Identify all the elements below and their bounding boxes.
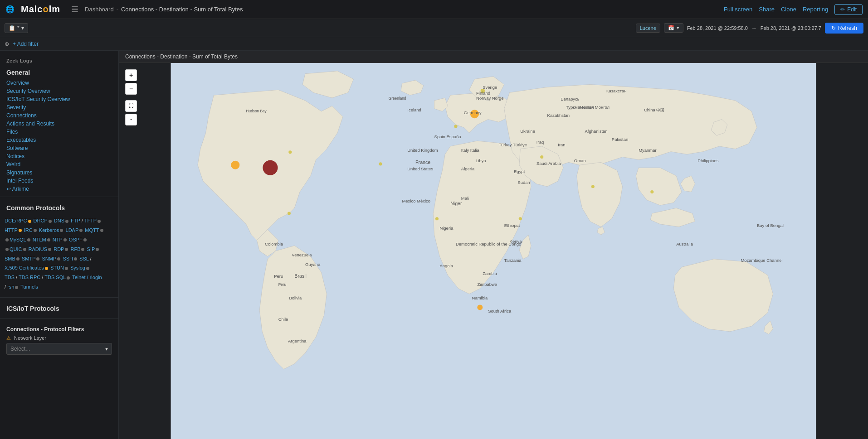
lucene-badge[interactable]: Lucene [636,24,660,33]
protocol-smb[interactable]: SMB [5,256,15,261]
sidebar-item-files[interactable]: Files [0,128,118,136]
reporting-link[interactable]: Reporting [803,6,828,13]
filter-left: 📋 * ▾ [5,23,28,33]
protocol-kerberos[interactable]: Kerberos [39,227,59,233]
sidebar-item-security-overview[interactable]: Security Overview [0,87,118,95]
label-spain: Spain España [434,134,462,139]
fullscreen-map-button[interactable]: ⛶ [125,100,137,112]
map-container[interactable]: + − ⛶ ▪ [119,63,868,439]
breadcrumb: Dashboard - Connections - Destination - … [85,6,243,13]
label-channel: Mozambique Channel [741,258,782,263]
sidebar-common-protocols-title: Common Protocols [0,201,118,214]
sidebar-item-overview[interactable]: Overview [0,79,118,87]
sidebar-item-ics-security-overview[interactable]: ICS/IoT Security Overview [0,95,118,103]
label-norway: Norway Norge [476,96,504,101]
map-marker-east-africa [519,217,522,220]
label-sweden: Sverige [483,85,497,90]
protocol-ssl[interactable]: SSL [79,256,88,261]
protocol-smtp[interactable]: SMTP [22,256,36,261]
protocol-quic[interactable]: QUIC [10,246,22,252]
label-tanzania: Tanzania [504,258,522,263]
protocol-radius[interactable]: RADIUS [29,246,48,252]
protocol-mqtt[interactable]: MQTT [85,227,99,233]
label-afghanistan: Afghanistan [585,129,608,134]
label-libya: Libya [476,158,486,163]
dot-rdp [65,248,68,251]
label-colombia: Colombia [265,241,283,246]
protocol-dhcp[interactable]: DHCP [34,218,48,223]
protocol-ntp[interactable]: NTP [53,237,63,242]
edit-button[interactable]: ✏ Edit [834,4,863,15]
protocol-tunnels[interactable]: Tunnels [20,284,38,289]
refresh-label: Refresh [838,25,857,31]
network-layer-select[interactable]: Select... ▾ [6,343,112,355]
map-marker-s-america [288,212,291,215]
protocol-irc[interactable]: IRC [24,227,33,233]
breadcrumb-dashboard[interactable]: Dashboard [85,6,114,13]
refresh-button[interactable]: ↻ Refresh [825,23,863,34]
full-screen-link[interactable]: Full screen [724,6,753,13]
dot-radius [48,248,51,251]
add-filter-link[interactable]: + Add filter [13,41,39,47]
label-bay-bengal: Bay of Bengal [757,223,784,228]
world-map: France Germany Norway Norge Spain España… [119,63,868,439]
label-zimbabwe: Zimbabwe [477,282,497,287]
sidebar-divider-1 [0,197,118,197]
clone-link[interactable]: Clone [781,6,796,13]
sidebar-item-actions-results[interactable]: Actions and Results [0,120,118,128]
dot-ssh [74,257,77,261]
sidebar-item-notices[interactable]: Notices [0,152,118,160]
protocol-tds[interactable]: TDS [5,275,15,280]
protocol-rdp[interactable]: RDP [54,246,64,252]
map-title-bar: Connections - Destination - Sum of Total… [119,51,868,63]
index-selector[interactable]: 📋 * ▾ [5,23,28,33]
sidebar: Zeek Logs General Overview Security Over… [0,51,119,439]
calendar-icon: 📅 [668,25,674,31]
zoom-out-button[interactable]: − [125,83,137,95]
protocol-rfb[interactable]: RFB [70,246,80,252]
protocol-ftp[interactable]: FTP [71,218,80,223]
zoom-in-button[interactable]: + [125,69,137,81]
sidebar-item-software[interactable]: Software [0,144,118,152]
dot-rsh [15,286,18,289]
protocol-stun[interactable]: STUN [50,265,64,270]
protocol-telnet[interactable]: Telnet / rlogin [72,275,102,280]
menu-icon[interactable]: ☰ [71,5,78,14]
protocol-ssh[interactable]: SSH [63,256,73,261]
label-argentina: Argentina [288,338,307,343]
protocol-sip[interactable]: SIP [87,246,95,252]
protocol-tds-sql[interactable]: TDS SQL [44,275,66,280]
protocol-syslog[interactable]: Syslog [70,265,85,270]
sidebar-item-arkime[interactable]: ↩ Arkime [0,185,118,193]
sidebar-item-severity[interactable]: Severity [0,103,118,111]
protocol-http[interactable]: HTTP [5,227,18,233]
sidebar-item-weird[interactable]: Weird [0,160,118,169]
time-picker[interactable]: 📅 ▾ [664,23,683,33]
dot-http [19,229,22,232]
sidebar-item-executables[interactable]: Executables [0,136,118,144]
label-egypt: Egypt [514,169,525,174]
map-controls: + − ⛶ ▪ [125,69,137,125]
collapse-map-button[interactable]: ▪ [125,114,137,125]
sidebar-item-intel-feeds[interactable]: Intel Feeds [0,177,118,185]
dot-quic-pre [5,248,9,251]
protocol-mysql[interactable]: MySQL [10,237,26,242]
protocol-tftp[interactable]: TFTP [84,218,97,223]
refresh-icon: ↻ [831,25,836,31]
protocol-dns[interactable]: DNS [54,218,64,223]
protocol-x509[interactable]: X.509 Certificates [5,265,44,270]
protocol-ospf[interactable]: OSPF [69,237,83,242]
label-france: France [415,159,430,165]
protocol-ntlm[interactable]: NTLM [33,237,46,242]
protocol-snmp[interactable]: SNMP [42,256,57,261]
share-link[interactable]: Share [759,6,775,13]
sidebar-item-signatures[interactable]: Signatures [0,169,118,177]
protocol-rsh[interactable]: rsh [7,284,14,289]
sidebar-item-connections[interactable]: Connections [0,111,118,120]
protocol-ldap[interactable]: LDAP [66,227,79,233]
label-south-africa: South Africa [488,309,512,314]
add-filter-bar: ⊕ + Add filter [0,37,868,51]
protocol-dce-rpc[interactable]: DCE/RPC [5,218,27,223]
protocol-tds-rpc[interactable]: TDS RPC [19,275,40,280]
globe-icon: 🌐 [5,5,15,14]
